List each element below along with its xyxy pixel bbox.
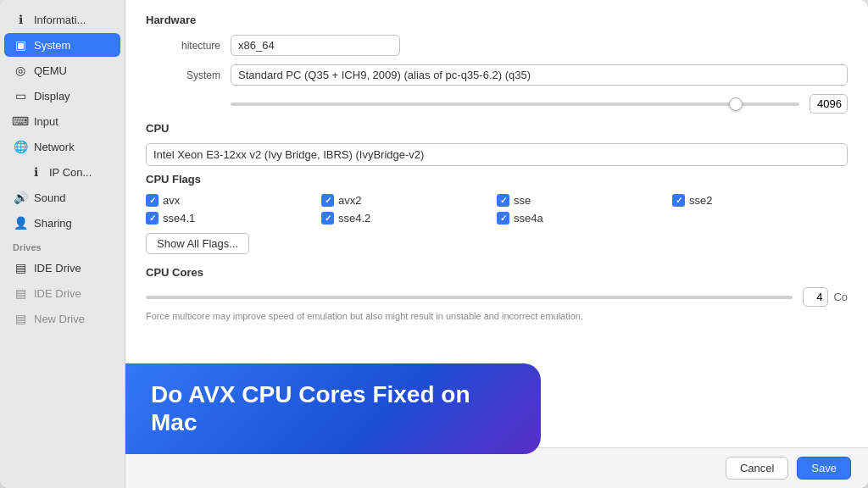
cpu-cores-section-title: CPU Cores	[146, 266, 848, 279]
overlay-banner-text: Do AVX CPU Cores Fixed on Mac	[151, 380, 515, 437]
information-icon: ℹ	[13, 12, 28, 27]
cores-extra-label: Co	[833, 291, 848, 303]
sidebar-item-sharing[interactable]: 👤 Sharing	[4, 211, 120, 235]
overlay-line1: Do AVX CPU Cores Fixed on	[151, 381, 470, 408]
sidebar-label-sharing: Sharing	[34, 217, 72, 230]
flag-sse: sse	[497, 194, 672, 207]
cores-value[interactable]: 4	[803, 287, 828, 307]
flag-avx2: avx2	[321, 194, 497, 207]
memory-slider-container	[231, 96, 799, 113]
cpu-flags-section-title: CPU Flags	[146, 173, 848, 186]
hardware-section-title: Hardware	[146, 14, 848, 26]
sidebar: ℹ Informati... ▣ System ◎ QEMU ▭ Display…	[0, 0, 125, 488]
ide-drive-1-icon: ▤	[13, 260, 28, 275]
main-content: Hardware hitecture System	[125, 0, 868, 488]
display-icon: ▭	[13, 88, 28, 103]
memory-slider-track	[231, 103, 799, 106]
sidebar-item-new-drive[interactable]: ▤ New Drive	[4, 307, 120, 330]
flag-sse4a-label: sse4a	[514, 212, 543, 225]
sidebar-label-new-drive: New Drive	[34, 313, 85, 325]
overlay-line2: Mac	[151, 409, 197, 435]
system-input[interactable]	[231, 64, 848, 86]
sidebar-item-ide-drive-2[interactable]: ▤ IDE Drive	[4, 281, 120, 305]
flag-sse41-label: sse4.1	[163, 212, 195, 225]
sidebar-item-ide-drive-1[interactable]: ▤ IDE Drive	[4, 256, 120, 280]
sidebar-label-system: System	[34, 39, 70, 52]
sidebar-item-network[interactable]: 🌐 Network	[4, 135, 120, 158]
memory-slider-thumb[interactable]	[729, 97, 743, 111]
system-icon: ▣	[13, 37, 28, 53]
ipcon-icon: ℹ	[28, 164, 43, 180]
flag-sse42: sse4.2	[321, 212, 497, 225]
cores-slider-track	[146, 296, 793, 299]
flag-sse2-checkbox[interactable]	[672, 194, 685, 207]
sidebar-label-ipcon: IP Con...	[49, 166, 92, 179]
sidebar-item-input[interactable]: ⌨ Input	[4, 109, 120, 133]
architecture-label: hitecture	[146, 40, 231, 52]
sidebar-label-input: Input	[34, 115, 58, 128]
flag-avx2-label: avx2	[338, 194, 361, 207]
flags-grid: avx avx2 sse sse2 sse4.1	[146, 194, 848, 225]
memory-slider-row: 4096	[146, 94, 848, 114]
flag-sse2: sse2	[672, 194, 848, 207]
flag-avx-label: avx	[163, 194, 180, 207]
sidebar-item-system[interactable]: ▣ System	[4, 33, 120, 57]
flag-sse42-label: sse4.2	[338, 212, 370, 225]
cancel-button[interactable]: Cancel	[726, 457, 788, 480]
overlay-banner: Do AVX CPU Cores Fixed on Mac	[125, 363, 541, 454]
flag-avx-checkbox[interactable]	[146, 194, 159, 207]
sidebar-item-information[interactable]: ℹ Informati...	[4, 8, 120, 31]
flag-sse42-checkbox[interactable]	[321, 212, 334, 225]
flag-sse-label: sse	[514, 194, 531, 207]
sidebar-label-qemu: QEMU	[34, 64, 67, 77]
cores-hint-text: Force multicore may improve speed of emu…	[146, 310, 848, 323]
cpu-input[interactable]	[146, 143, 848, 166]
architecture-input[interactable]	[231, 35, 400, 56]
system-label: System	[146, 69, 231, 81]
sharing-icon: 👤	[13, 215, 28, 230]
sidebar-item-qemu[interactable]: ◎ QEMU	[4, 58, 120, 82]
show-all-flags-button[interactable]: Show All Flags...	[146, 233, 249, 254]
ide-drive-2-icon: ▤	[13, 286, 28, 301]
sidebar-label-information: Informati...	[34, 14, 86, 26]
drives-section-label: Drives	[0, 236, 125, 255]
sidebar-label-network: Network	[34, 141, 75, 153]
sidebar-label-sound: Sound	[34, 191, 66, 204]
cores-slider-container	[146, 289, 793, 306]
qemu-icon: ◎	[13, 63, 28, 78]
sidebar-label-display: Display	[34, 90, 70, 103]
architecture-row: hitecture	[146, 35, 848, 56]
save-button[interactable]: Save	[797, 457, 851, 480]
cpu-section-title: CPU	[146, 122, 848, 135]
flag-sse4a: sse4a	[497, 212, 672, 225]
cores-row: 4 Co	[146, 287, 848, 307]
sidebar-item-ip-con[interactable]: ℹ IP Con...	[4, 160, 120, 184]
sidebar-item-sound[interactable]: 🔊 Sound	[4, 186, 120, 209]
flag-avx: avx	[146, 194, 321, 207]
flag-sse41: sse4.1	[146, 212, 321, 225]
system-row: System	[146, 64, 848, 86]
memory-slider-value[interactable]: 4096	[810, 94, 848, 114]
sidebar-label-ide-drive-2: IDE Drive	[34, 287, 81, 300]
network-icon: 🌐	[13, 139, 28, 154]
flag-sse41-checkbox[interactable]	[146, 212, 159, 225]
flag-sse-checkbox[interactable]	[497, 194, 509, 207]
sidebar-item-display[interactable]: ▭ Display	[4, 84, 120, 108]
flag-sse2-label: sse2	[689, 194, 712, 207]
flag-sse4a-checkbox[interactable]	[497, 212, 509, 225]
flag-avx2-checkbox[interactable]	[321, 194, 334, 207]
new-drive-icon: ▤	[13, 311, 28, 326]
sound-icon: 🔊	[13, 190, 28, 205]
sidebar-label-ide-drive-1: IDE Drive	[34, 262, 81, 274]
cpu-field-row	[146, 143, 848, 166]
input-icon: ⌨	[13, 114, 28, 129]
